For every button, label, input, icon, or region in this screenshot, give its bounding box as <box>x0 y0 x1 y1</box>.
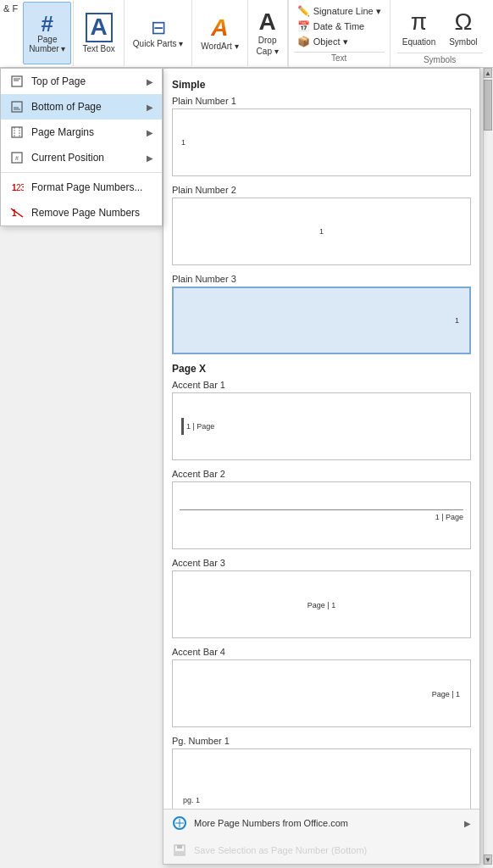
top-of-page-icon <box>9 74 25 89</box>
accent-bar-3-text: Page | 1 <box>307 601 335 609</box>
more-page-numbers-icon <box>172 815 187 831</box>
object-button[interactable]: 📦 Object ▾ <box>294 35 385 48</box>
bottom-of-page-label: Bottom of Page <box>31 101 140 113</box>
scrollbar-up-arrow: ▲ <box>485 69 491 79</box>
quick-parts-button[interactable]: ⊟ Quick Parts ▾ <box>126 2 190 64</box>
top-of-page-label: Top of Page <box>31 75 140 87</box>
equation-label: Equation <box>402 37 435 47</box>
accent-bar-2-label: Accent Bar 2 <box>172 469 471 479</box>
submenu-panel: Simple Plain Number 1 1 Plain Number 2 1… <box>163 68 480 865</box>
svg-rect-18 <box>175 851 184 854</box>
svg-text:#: # <box>15 155 19 161</box>
drop-cap-label-line2: Cap ▾ <box>257 47 279 56</box>
pg-number-1-text: pg. 1 <box>183 796 200 804</box>
scrollbar-down-button[interactable]: ▼ <box>484 854 492 865</box>
page-x-section-title: Page X <box>172 363 471 375</box>
equation-button[interactable]: π Equation <box>397 7 440 48</box>
symbol-button[interactable]: Ω Symbol <box>444 7 482 48</box>
accent-bar-4-text: Page | 1 <box>432 690 460 698</box>
bottom-of-page-icon <box>9 99 25 114</box>
symbols-group: π Equation Ω Symbol Symbols <box>391 0 490 66</box>
drop-cap-label-line1: Drop <box>258 36 277 45</box>
accent-bar-1-preview[interactable]: 1 | Page <box>172 392 471 460</box>
object-label: Object ▾ <box>313 36 348 47</box>
symbol-icon: Ω <box>454 8 472 36</box>
ribbon: & F # Page Number ▾ A Text Box ⊟ Quick P… <box>0 0 493 68</box>
page-number-button[interactable]: # Page Number ▾ <box>23 2 71 64</box>
page-margins-label: Page Margins <box>31 126 140 138</box>
text-box-button[interactable]: A Text Box <box>75 2 121 64</box>
plain-number-1-preview[interactable]: 1 <box>172 108 471 176</box>
accent-bar-3-label: Accent Bar 3 <box>172 558 471 568</box>
date-time-button[interactable]: 📅 Date & Time <box>294 19 385 33</box>
menu-item-current-position[interactable]: # Current Position ▶ <box>1 145 162 170</box>
current-position-label: Current Position <box>31 152 140 164</box>
accent-bar-1-text: 1 | Page <box>186 422 214 431</box>
scrollbar-up-button[interactable]: ▲ <box>484 68 492 78</box>
page-margins-arrow: ▶ <box>147 128 153 137</box>
word-art-label: WordArt ▾ <box>201 42 238 51</box>
current-position-arrow: ▶ <box>147 153 153 163</box>
svg-rect-17 <box>177 845 182 849</box>
remove-page-numbers-label: Remove Page Numbers <box>31 207 153 219</box>
format-page-numbers-label: Format Page Numbers... <box>31 181 153 193</box>
symbol-label: Symbol <box>449 37 477 47</box>
svg-rect-3 <box>12 102 22 112</box>
save-selection-item: Save Selection as Page Number (Bottom) <box>163 837 479 864</box>
drop-cap-button[interactable]: A Drop Cap ▾ <box>250 2 285 64</box>
accent-bar-3-preview[interactable]: Page | 1 <box>172 570 471 638</box>
pg-number-1-label: Pg. Number 1 <box>172 736 471 746</box>
dropdown-menu: Top of Page ▶ Bottom of Page ▶ Page Marg… <box>0 68 163 226</box>
pg-number-1-preview[interactable]: pg. 1 <box>172 748 471 809</box>
ribbon-indicator: & F <box>0 0 21 14</box>
text-box-label: Text Box <box>82 44 114 53</box>
plain-number-2-value: 1 <box>319 227 324 236</box>
accent-bar-2-line <box>180 509 463 510</box>
svg-rect-0 <box>12 76 22 86</box>
word-art-button[interactable]: A WordArt ▾ <box>194 2 245 64</box>
signature-line-button[interactable]: ✏️ Signature Line ▾ <box>294 4 385 18</box>
plain-number-3-label: Plain Number 3 <box>172 274 471 284</box>
date-time-icon: 📅 <box>297 20 310 32</box>
accent-bar-2-preview[interactable]: 1 | Page <box>172 481 471 549</box>
page-number-label-line1: Page <box>37 35 57 44</box>
menu-separator-1 <box>1 172 162 173</box>
scrollbar-thumb[interactable] <box>484 80 492 131</box>
accent-bar-1-bar <box>181 418 184 435</box>
drop-cap-icon: A <box>259 10 276 34</box>
accent-bar-4-preview[interactable]: Page | 1 <box>172 659 471 727</box>
accent-bar-4-label: Accent Bar 4 <box>172 647 471 657</box>
svg-rect-6 <box>12 127 22 137</box>
scrollbar-track[interactable]: ▲ ▼ <box>483 68 493 865</box>
scrollbar-down-arrow: ▼ <box>485 855 491 865</box>
page-number-icon: # <box>42 13 53 35</box>
page-number-label-line2: Number ▾ <box>29 44 65 53</box>
date-time-label: Date & Time <box>313 21 365 31</box>
plain-number-1-label: Plain Number 1 <box>172 96 471 106</box>
bottom-of-page-arrow: ▶ <box>147 103 153 112</box>
text-box-icon: A <box>86 13 113 42</box>
menu-item-remove-page-numbers[interactable]: 1 Remove Page Numbers <box>1 200 162 225</box>
menu-item-page-margins[interactable]: Page Margins ▶ <box>1 120 162 145</box>
save-selection-icon <box>172 843 187 858</box>
menu-item-bottom-of-page[interactable]: Bottom of Page ▶ <box>1 94 162 120</box>
object-icon: 📦 <box>297 36 310 47</box>
current-position-icon: # <box>9 150 25 165</box>
plain-number-1-value: 1 <box>181 138 186 147</box>
more-page-numbers-arrow: ▶ <box>464 819 471 828</box>
accent-bar-1-label: Accent Bar 1 <box>172 380 471 390</box>
quick-parts-icon: ⊟ <box>151 19 166 37</box>
plain-number-3-value: 1 <box>455 316 459 325</box>
plain-number-2-preview[interactable]: 1 <box>172 198 471 265</box>
page-margins-icon <box>9 125 25 140</box>
menu-item-top-of-page[interactable]: Top of Page ▶ <box>1 69 162 94</box>
quick-parts-label: Quick Parts ▾ <box>133 39 183 48</box>
plain-number-3-preview[interactable]: 1 <box>172 287 471 354</box>
remove-page-numbers-icon: 1 <box>9 205 25 220</box>
menu-item-format-page-numbers[interactable]: 1 2 3 Format Page Numbers... <box>1 175 162 200</box>
word-art-icon: A <box>211 16 228 40</box>
top-of-page-arrow: ▶ <box>147 77 153 86</box>
submenu-scroll[interactable]: Simple Plain Number 1 1 Plain Number 2 1… <box>163 69 479 809</box>
more-page-numbers-item[interactable]: More Page Numbers from Office.com ▶ <box>163 810 479 837</box>
simple-section-title: Simple <box>172 79 471 91</box>
